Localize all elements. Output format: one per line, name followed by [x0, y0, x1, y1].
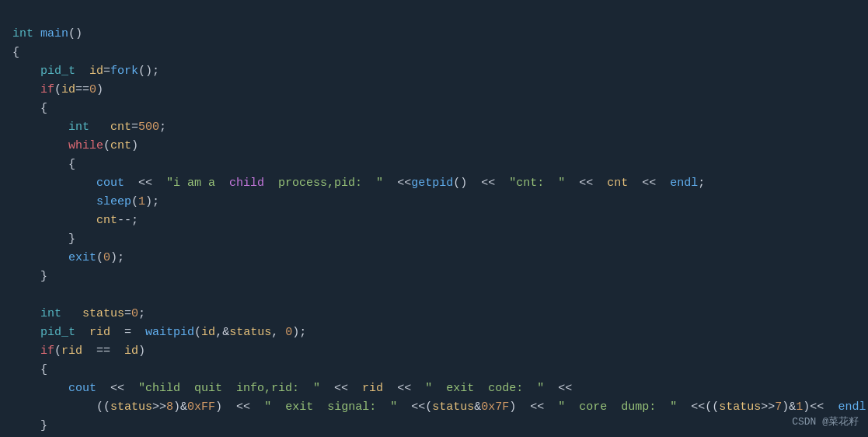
line-9: cout << "i am a child process,pid: " <<g…	[12, 177, 705, 190]
line-2: {	[12, 46, 19, 59]
line-21: ((status>>8)&0xFF) << " exit signal: " <…	[12, 400, 868, 414]
line-22: }	[12, 419, 47, 432]
line-17: pid_t rid = waitpid(id,&status, 0);	[12, 326, 306, 339]
line-12: }	[12, 232, 75, 246]
line-13: exit(0);	[12, 251, 124, 264]
line-14: }	[12, 270, 47, 283]
line-6: int cnt=500;	[12, 121, 166, 134]
line-18: if(rid == id)	[12, 344, 145, 358]
line-3: pid_t id=fork();	[12, 65, 159, 78]
line-7: while(cnt)	[12, 139, 138, 152]
line-20: cout << "child quit info,rid: " << rid <…	[12, 382, 572, 395]
line-5: {	[12, 102, 47, 115]
code-editor: int main() { pid_t id=fork(); if(id==0) …	[0, 0, 868, 437]
line-8: {	[12, 158, 75, 171]
line-1: int main()	[12, 27, 82, 40]
line-10: sleep(1);	[12, 195, 159, 208]
line-19: {	[12, 363, 47, 376]
line-11: cnt--;	[12, 214, 138, 227]
line-4: if(id==0)	[12, 83, 103, 96]
line-16: int status=0;	[12, 307, 145, 320]
watermark: CSDN @菜花籽	[792, 414, 859, 431]
